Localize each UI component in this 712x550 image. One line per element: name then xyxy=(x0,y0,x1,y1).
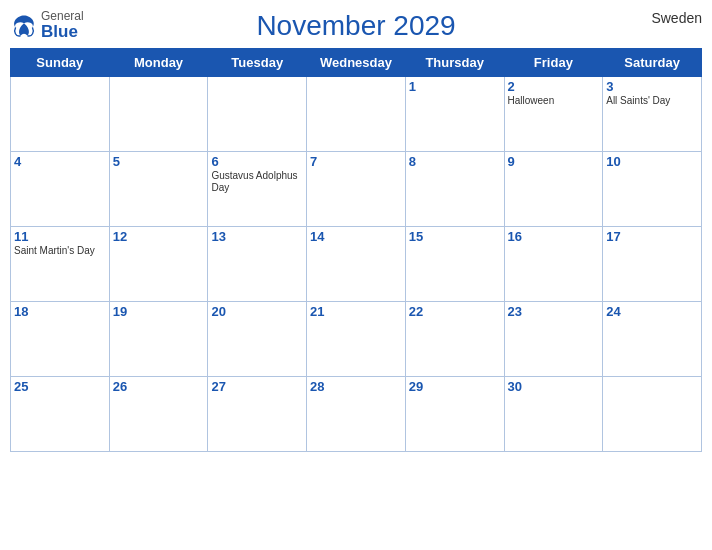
logo-texts: General Blue xyxy=(41,10,84,42)
event-text: Halloween xyxy=(508,95,600,107)
calendar-cell: 19 xyxy=(109,302,208,377)
calendar-cell: 22 xyxy=(405,302,504,377)
day-number: 7 xyxy=(310,154,402,169)
calendar-cell: 23 xyxy=(504,302,603,377)
weekday-header-tuesday: Tuesday xyxy=(208,49,307,77)
calendar-cell: 7 xyxy=(307,152,406,227)
logo-blue: Blue xyxy=(41,23,84,42)
calendar-grid: SundayMondayTuesdayWednesdayThursdayFrid… xyxy=(10,48,702,452)
event-text: Gustavus Adolphus Day xyxy=(211,170,303,194)
calendar-cell: 26 xyxy=(109,377,208,452)
day-number: 15 xyxy=(409,229,501,244)
weekday-header-sunday: Sunday xyxy=(11,49,110,77)
day-number: 18 xyxy=(14,304,106,319)
calendar-cell: 18 xyxy=(11,302,110,377)
calendar-cell xyxy=(603,377,702,452)
day-number: 12 xyxy=(113,229,205,244)
weekday-header-row: SundayMondayTuesdayWednesdayThursdayFrid… xyxy=(11,49,702,77)
day-number: 2 xyxy=(508,79,600,94)
calendar-cell: 5 xyxy=(109,152,208,227)
calendar-cell: 2Halloween xyxy=(504,77,603,152)
week-row-0: 12Halloween3All Saints' Day xyxy=(11,77,702,152)
day-number: 16 xyxy=(508,229,600,244)
calendar-header: General Blue November 2029 Sweden xyxy=(10,10,702,42)
calendar-cell: 6Gustavus Adolphus Day xyxy=(208,152,307,227)
day-number: 27 xyxy=(211,379,303,394)
calendar-cell: 28 xyxy=(307,377,406,452)
calendar-cell: 16 xyxy=(504,227,603,302)
calendar-cell: 21 xyxy=(307,302,406,377)
calendar-cell: 1 xyxy=(405,77,504,152)
day-number: 28 xyxy=(310,379,402,394)
logo-wrapper: General Blue xyxy=(10,10,84,42)
day-number: 22 xyxy=(409,304,501,319)
day-number: 8 xyxy=(409,154,501,169)
weekday-header-saturday: Saturday xyxy=(603,49,702,77)
day-number: 14 xyxy=(310,229,402,244)
calendar-cell: 11Saint Martin's Day xyxy=(11,227,110,302)
day-number: 3 xyxy=(606,79,698,94)
calendar-cell: 8 xyxy=(405,152,504,227)
day-number: 11 xyxy=(14,229,106,244)
calendar-cell xyxy=(208,77,307,152)
day-number: 19 xyxy=(113,304,205,319)
calendar-cell: 20 xyxy=(208,302,307,377)
calendar-cell: 17 xyxy=(603,227,702,302)
calendar-container: General Blue November 2029 Sweden Sunday… xyxy=(0,0,712,550)
calendar-cell: 12 xyxy=(109,227,208,302)
day-number: 20 xyxy=(211,304,303,319)
calendar-cell: 9 xyxy=(504,152,603,227)
calendar-cell: 30 xyxy=(504,377,603,452)
day-number: 1 xyxy=(409,79,501,94)
week-row-1: 456Gustavus Adolphus Day78910 xyxy=(11,152,702,227)
day-number: 24 xyxy=(606,304,698,319)
event-text: All Saints' Day xyxy=(606,95,698,107)
day-number: 4 xyxy=(14,154,106,169)
event-text: Saint Martin's Day xyxy=(14,245,106,257)
calendar-cell xyxy=(109,77,208,152)
day-number: 26 xyxy=(113,379,205,394)
weekday-header-thursday: Thursday xyxy=(405,49,504,77)
day-number: 29 xyxy=(409,379,501,394)
calendar-cell: 25 xyxy=(11,377,110,452)
day-number: 13 xyxy=(211,229,303,244)
calendar-cell: 29 xyxy=(405,377,504,452)
week-row-4: 252627282930 xyxy=(11,377,702,452)
day-number: 25 xyxy=(14,379,106,394)
calendar-cell xyxy=(11,77,110,152)
calendar-cell: 14 xyxy=(307,227,406,302)
calendar-cell: 24 xyxy=(603,302,702,377)
country-label: Sweden xyxy=(651,10,702,26)
day-number: 21 xyxy=(310,304,402,319)
calendar-title: November 2029 xyxy=(256,10,455,42)
day-number: 5 xyxy=(113,154,205,169)
calendar-cell: 27 xyxy=(208,377,307,452)
calendar-cell: 15 xyxy=(405,227,504,302)
weekday-header-wednesday: Wednesday xyxy=(307,49,406,77)
weekday-header-friday: Friday xyxy=(504,49,603,77)
calendar-cell: 4 xyxy=(11,152,110,227)
day-number: 9 xyxy=(508,154,600,169)
calendar-cell: 13 xyxy=(208,227,307,302)
calendar-cell xyxy=(307,77,406,152)
day-number: 6 xyxy=(211,154,303,169)
day-number: 30 xyxy=(508,379,600,394)
weekday-header-monday: Monday xyxy=(109,49,208,77)
day-number: 17 xyxy=(606,229,698,244)
day-number: 23 xyxy=(508,304,600,319)
calendar-cell: 10 xyxy=(603,152,702,227)
calendar-cell: 3All Saints' Day xyxy=(603,77,702,152)
day-number: 10 xyxy=(606,154,698,169)
week-row-3: 18192021222324 xyxy=(11,302,702,377)
week-row-2: 11Saint Martin's Day121314151617 xyxy=(11,227,702,302)
logo-bird-icon xyxy=(10,12,38,40)
